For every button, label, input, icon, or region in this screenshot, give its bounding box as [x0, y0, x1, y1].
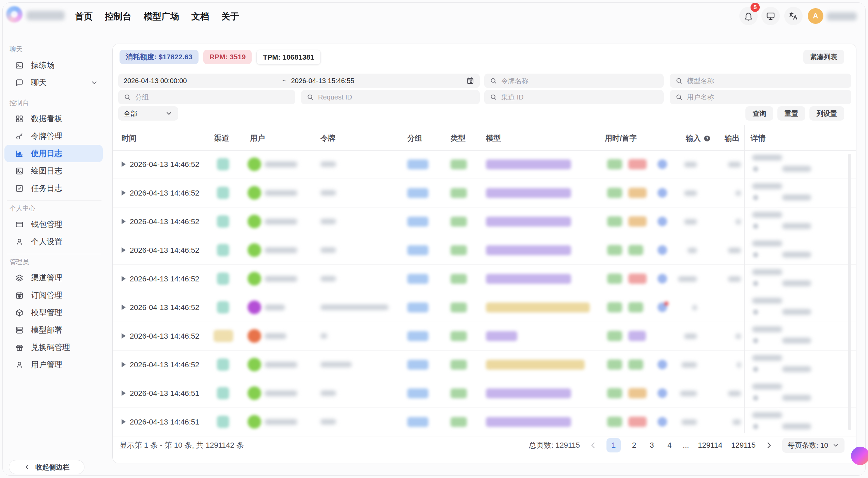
date-start-value[interactable]: 2026-04-13 00:00:00	[124, 77, 278, 85]
nav-link[interactable]: 文档	[191, 11, 209, 22]
expand-caret-icon[interactable]	[122, 362, 126, 367]
assistant-fab-button[interactable]	[851, 447, 868, 465]
channel-id-input[interactable]	[497, 93, 664, 102]
cell-details-icon-redacted	[753, 309, 758, 315]
search-icon	[490, 77, 497, 84]
sidebar-section-label: 聊天	[0, 42, 108, 57]
sidebar-item[interactable]: 操练场	[4, 57, 103, 74]
expand-caret-icon[interactable]	[122, 419, 126, 425]
sidebar-divider	[7, 200, 101, 201]
grid-icon	[15, 114, 24, 123]
expand-caret-icon[interactable]	[122, 276, 126, 281]
cell-token-redacted	[320, 305, 389, 310]
expand-caret-icon[interactable]	[122, 161, 126, 167]
query-button[interactable]: 查询	[745, 106, 773, 121]
page-size-select[interactable]: 每页条数: 10	[782, 438, 845, 453]
sidebar-item[interactable]: 个人设置	[4, 233, 103, 250]
sidebar-item[interactable]: 任务日志	[4, 180, 103, 197]
language-button[interactable]	[784, 7, 803, 25]
cell-token-redacted	[320, 247, 336, 253]
calendar-icon[interactable]	[466, 77, 474, 85]
nav-link[interactable]: 模型广场	[144, 11, 179, 22]
sidebar-item[interactable]: 聊天	[4, 74, 103, 91]
cell-details-icon-redacted	[753, 395, 758, 401]
page-number[interactable]: 129114	[698, 441, 722, 450]
search-icon	[675, 93, 683, 101]
column-settings-button[interactable]: 列设置	[809, 106, 844, 121]
sidebar-item[interactable]: 绘图日志	[4, 162, 103, 180]
column-header: 模型	[486, 133, 501, 143]
monitor-icon	[766, 11, 776, 21]
expand-caret-icon[interactable]	[122, 219, 126, 224]
expand-caret-icon[interactable]	[122, 333, 126, 339]
sidebar-item[interactable]: 数据看板	[4, 110, 103, 127]
column-header: 输出	[725, 133, 740, 143]
expand-caret-icon[interactable]	[122, 305, 126, 310]
cell-details-redacted	[782, 252, 811, 258]
sidebar-item[interactable]: 用户管理	[4, 356, 103, 373]
channel-id-filter[interactable]	[484, 90, 664, 104]
sidebar-section-label: 管理员	[0, 255, 108, 269]
search-icon	[124, 93, 131, 101]
model-name-input[interactable]	[683, 77, 851, 85]
gift-icon	[15, 343, 24, 352]
theme-toggle-button[interactable]	[761, 7, 780, 25]
app-logo[interactable]	[6, 6, 22, 22]
reset-button[interactable]: 重置	[777, 106, 805, 121]
sidebar-item[interactable]: 模型管理	[4, 304, 103, 321]
cell-group-redacted	[407, 217, 428, 227]
sidebar-item[interactable]: 渠道管理	[4, 269, 103, 287]
date-range-input[interactable]: 2026-04-13 00:00:00 ~ 2026-04-13 15:46:5…	[118, 74, 480, 88]
sidebar-item[interactable]: 模型部署	[4, 321, 103, 339]
sidebar-section-label: 个人中心	[0, 201, 108, 216]
cell-details-redacted	[752, 355, 782, 361]
cell-input-tokens-redacted	[684, 219, 697, 225]
page-number[interactable]: 129115	[731, 441, 756, 450]
page-number[interactable]: 2	[630, 441, 638, 450]
model-name-filter[interactable]	[670, 74, 851, 88]
nav-link[interactable]: 控制台	[105, 11, 131, 22]
request-id-input[interactable]	[314, 93, 480, 102]
collapse-sidebar-button[interactable]: 收起侧边栏	[9, 460, 84, 474]
sidebar-item[interactable]: 令牌管理	[4, 127, 103, 145]
table-scrollbar[interactable]	[848, 154, 851, 430]
type-select[interactable]: 全部	[118, 106, 178, 121]
page-number[interactable]: 4	[665, 441, 674, 450]
sidebar-item[interactable]: 订阅管理	[4, 287, 103, 304]
total-pages-label: 总页数: 129115	[529, 440, 580, 450]
token-name-filter[interactable]	[484, 74, 664, 88]
page-number[interactable]: 1	[606, 438, 621, 452]
page-number[interactable]: 3	[647, 441, 656, 450]
cell-model-redacted	[486, 188, 571, 198]
compact-list-button[interactable]: 紧凑列表	[803, 50, 844, 64]
latency-badge-redacted	[607, 359, 622, 370]
cell-username-redacted	[265, 276, 297, 282]
nav-link[interactable]: 首页	[75, 11, 93, 22]
sidebar-item[interactable]: 钱包管理	[4, 216, 103, 233]
sidebar-item[interactable]: 使用日志	[4, 145, 103, 162]
prev-page-icon[interactable]	[589, 441, 598, 450]
token-name-input[interactable]	[497, 77, 664, 85]
cell-input-tokens-redacted	[681, 419, 697, 425]
cell-type-redacted	[451, 217, 467, 227]
username-filter[interactable]	[670, 90, 851, 104]
group-input[interactable]	[131, 93, 295, 102]
expand-caret-icon[interactable]	[122, 247, 126, 253]
cell-details-redacted	[782, 166, 811, 172]
sidebar-item[interactable]: 兑换码管理	[4, 339, 103, 356]
expand-caret-icon[interactable]	[122, 190, 126, 196]
cell-token-redacted	[320, 161, 336, 167]
group-filter[interactable]	[118, 90, 295, 104]
expand-caret-icon[interactable]	[122, 390, 126, 396]
date-end-value[interactable]: 2026-04-13 15:46:55	[291, 77, 354, 85]
cell-token-redacted	[320, 390, 336, 396]
latency-badge-redacted	[628, 359, 643, 370]
help-icon[interactable]: ?	[704, 135, 711, 142]
username-input[interactable]	[683, 93, 851, 102]
request-id-filter[interactable]	[301, 90, 480, 104]
nav-link[interactable]: 关于	[221, 11, 239, 22]
user-avatar[interactable]: A	[808, 8, 823, 24]
stat-badge: RPM: 3519	[203, 50, 252, 64]
next-page-icon[interactable]	[764, 441, 773, 450]
stats-row: 消耗额度: $17822.63RPM: 3519TPM: 10681381	[120, 50, 321, 65]
